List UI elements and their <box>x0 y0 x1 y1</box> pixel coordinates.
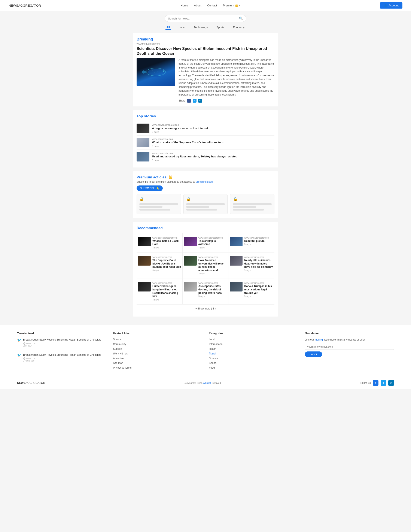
tab-all[interactable]: All <box>166 25 171 30</box>
rec-item: www.newsaggregator.com What's inside a B… <box>138 235 181 251</box>
footer-link-community[interactable]: Community <box>113 343 202 346</box>
breaking-image <box>137 58 175 86</box>
linkedin-share-icon[interactable]: in <box>198 99 202 103</box>
top-stories-section: Top stories www.newsaggregator.com A bug… <box>133 110 278 168</box>
rec-thumbnail <box>230 282 243 292</box>
subscribe-star-icon: ⭐ <box>156 187 159 190</box>
cat-science[interactable]: Science <box>209 357 298 360</box>
subscribe-button[interactable]: SUBSCRIBE ⭐ <box>137 185 163 191</box>
story-item: www.economist.com Used and abused by Rus… <box>137 150 274 164</box>
facebook-social-button[interactable]: f <box>373 380 378 386</box>
fish-illustration <box>141 63 171 81</box>
tweet-text: Breakthrough Study Reveals Surprising He… <box>23 338 102 342</box>
rec-source: www.newsaggregator.com <box>152 237 181 239</box>
footer-copyright: Copyright © 2023. All right reserved. <box>184 382 222 384</box>
rec-item: www.economist.com As response rates decl… <box>184 280 227 299</box>
breaking-title: Scientists Discover New Species of Biolu… <box>137 46 274 56</box>
rec-item: www.economist.com How American universit… <box>184 254 227 276</box>
premium-crown-icon: 👑 <box>168 175 173 179</box>
premium-link[interactable]: premium blogs <box>196 180 213 183</box>
rec-item: www.economist.com The Supreme Court bloc… <box>138 254 181 273</box>
rec-headline[interactable]: Nearly all Louisiana's death-row inmates… <box>244 259 273 269</box>
rec-source: www.newsaggregator.com <box>244 237 273 239</box>
tab-technology[interactable]: Technology <box>193 25 209 30</box>
footer: Tweeter feed 🐦 Breakthrough Study Reveal… <box>0 325 411 389</box>
story-headline[interactable]: A bug is becoming a meme on the internet <box>152 127 274 130</box>
breaking-description: A team of marine biologists has made an … <box>178 58 274 97</box>
svg-point-5 <box>158 71 159 72</box>
search-bar: 🔍 <box>165 15 246 22</box>
story-headline[interactable]: What to make of the Supreme Court's tumu… <box>152 141 274 144</box>
tweet-handle: @news.com <box>23 342 102 345</box>
nav-about[interactable]: About <box>194 4 201 7</box>
tab-local[interactable]: Local <box>178 25 186 30</box>
lock-icon: 🔒 <box>186 197 225 201</box>
search-input[interactable] <box>168 17 239 20</box>
rec-thumbnail <box>230 237 243 246</box>
footer-link-advertise[interactable]: Advertise <box>113 357 202 360</box>
newsletter-mailing-link[interactable]: mailing <box>315 338 323 341</box>
tweet-text: Breakthrough Study Reveals Surprising He… <box>23 353 102 357</box>
footer-link-support[interactable]: Support <box>113 347 202 350</box>
story-headline[interactable]: Used and abused by Russian rulers, Tolst… <box>152 155 274 159</box>
main-content: Breaking www.theguardian.com Scientists … <box>131 33 280 325</box>
newsletter-submit-button[interactable]: Submit <box>305 352 322 357</box>
rec-thumbnail <box>184 256 197 266</box>
story-source: www.economist.com <box>152 152 274 154</box>
rec-headline[interactable]: As response rates decline, the risk of p… <box>198 285 227 295</box>
rec-date: 3 days <box>198 272 227 275</box>
nav-home[interactable]: Home <box>181 4 188 7</box>
footer-social: Follow us f t in <box>360 380 394 386</box>
cat-travel[interactable]: Travel <box>209 352 298 355</box>
svg-point-3 <box>152 70 153 71</box>
account-button[interactable]: 👤 Account <box>380 2 402 9</box>
premium-cards: 🔒 🔒 🔒 <box>137 194 274 214</box>
chevron-down-icon: ▾ <box>239 4 240 7</box>
rec-headline[interactable]: This shrimp is awesome <box>198 239 227 246</box>
rec-headline[interactable]: Donald Trump is in his most serious lega… <box>244 285 273 295</box>
tweet-time: 2 hours ago <box>23 360 102 362</box>
rec-headline[interactable]: The Supreme Court blocks Joe Biden's stu… <box>152 259 181 269</box>
rec-date: 3 days <box>198 295 227 297</box>
cat-local[interactable]: Local <box>209 338 298 341</box>
facebook-share-icon[interactable]: f <box>187 99 191 103</box>
cat-food[interactable]: Food <box>209 366 298 369</box>
logo-bold: NEWS <box>9 4 18 7</box>
rec-headline[interactable]: What's inside a Black Hole <box>152 239 181 246</box>
story-item: www.newsaggregator.com A bug is becoming… <box>137 122 274 136</box>
tab-economy[interactable]: Economy <box>232 25 245 30</box>
story-thumbnail <box>137 124 149 133</box>
twitter-share-icon[interactable]: t <box>193 99 196 103</box>
filter-tabs: All Local Technology Sports Economy <box>0 24 411 33</box>
premium-card: 🔒 <box>183 194 228 214</box>
cat-international[interactable]: International <box>209 343 298 346</box>
rec-headline[interactable]: Hunter Biden's plea bargain will not sto… <box>152 285 181 298</box>
footer-link-privacy[interactable]: Privacy & Terms <box>113 366 202 369</box>
footer-link-sitemap[interactable]: Site map <box>113 361 202 364</box>
tab-sports[interactable]: Sports <box>215 25 225 30</box>
premium-card: 🔒 <box>137 194 181 214</box>
premium-title: Premium acticles 👑 <box>137 175 274 180</box>
linkedin-social-button[interactable]: in <box>388 380 394 386</box>
svg-point-6 <box>151 75 160 77</box>
nav-premium[interactable]: Premium 👑 ▾ <box>223 4 240 7</box>
newsletter-title: Newsletter <box>305 332 394 335</box>
cat-sports[interactable]: Sports <box>209 361 298 364</box>
search-icon: 🔍 <box>239 17 243 20</box>
cat-health[interactable]: Health <box>209 347 298 350</box>
rec-thumbnail <box>138 237 151 246</box>
rec-thumbnail <box>138 282 151 292</box>
twitter-social-button[interactable]: t <box>381 380 386 386</box>
premium-crown-icon: 👑 <box>235 4 238 7</box>
rec-headline[interactable]: Beautiful picture <box>244 239 273 243</box>
nav-contact[interactable]: Contact <box>207 4 217 7</box>
rec-source: www.economist.com <box>152 256 181 258</box>
rec-item: www.economist.com Donald Trump is in his… <box>230 280 273 299</box>
show-more-button[interactable]: ▾ Show more ( 3 ) <box>137 304 274 313</box>
footer-bottom: NEWSAGGREGATOR Copyright © 2023. All rig… <box>17 377 394 389</box>
footer-link-work[interactable]: Work with us <box>113 352 202 355</box>
rec-headline[interactable]: How American universities will react as … <box>198 259 227 272</box>
footer-link-source[interactable]: Source <box>113 338 202 341</box>
newsletter-email-input[interactable] <box>305 344 394 350</box>
tweet-time: Just now <box>23 345 102 347</box>
